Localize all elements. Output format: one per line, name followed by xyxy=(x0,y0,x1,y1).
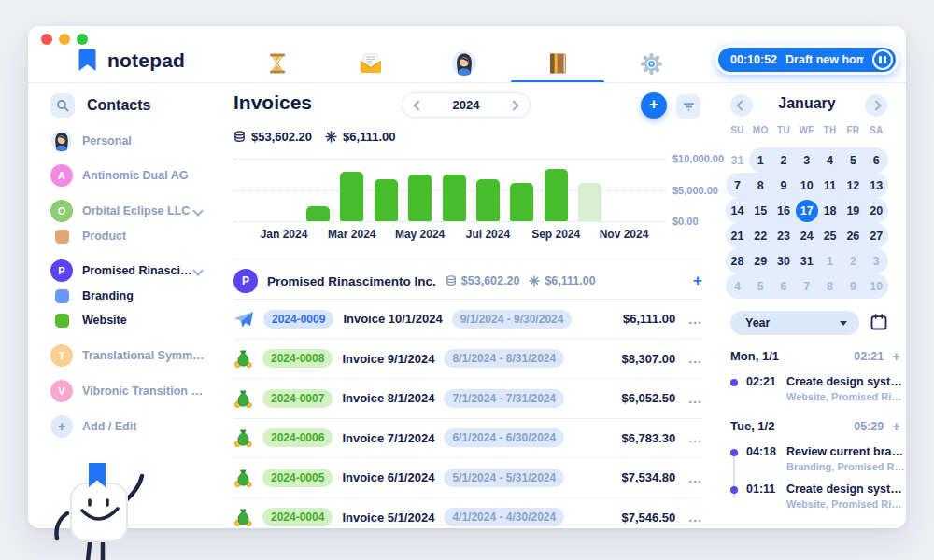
calendar-day-6[interactable]: 6 xyxy=(772,273,796,299)
time-entry[interactable]: 01:11Create design systemWebsite, Promis… xyxy=(730,483,900,510)
maximize-window-button[interactable] xyxy=(77,34,88,45)
calendar-day-23[interactable]: 23 xyxy=(772,223,796,248)
tab-hourglass[interactable] xyxy=(231,45,324,82)
calendar-day-25[interactable]: 25 xyxy=(818,223,842,248)
calendar-day-6[interactable]: 6 xyxy=(865,147,888,173)
calendar-day-31[interactable]: 31 xyxy=(795,248,818,273)
invoice-row-2024-0008[interactable]: 2024-0008Invoice 9/1/20248/1/2024 - 8/31… xyxy=(234,340,702,380)
sidebar-item-personal[interactable]: Personal xyxy=(50,129,209,153)
sidebar-item-branding[interactable]: Branding xyxy=(50,284,209,308)
calendar-day-12[interactable]: 12 xyxy=(842,173,865,198)
sidebar-item-vibronic-transition-g[interactable]: VVibronic Transition G... xyxy=(50,379,209,403)
next-month-button[interactable] xyxy=(865,94,887,117)
add-time-entry-button[interactable]: + xyxy=(892,418,900,434)
calendar-day-15[interactable]: 15 xyxy=(749,198,772,223)
time-entry[interactable]: 04:18Review current brand...Branding, Pr… xyxy=(730,445,900,472)
invoice-row-2024-0004[interactable]: 2024-0004Invoice 5/1/20244/1/2024 - 4/30… xyxy=(234,498,702,538)
calendar-day-13[interactable]: 13 xyxy=(865,173,888,198)
filter-button[interactable] xyxy=(676,94,700,119)
tab-ledger[interactable] xyxy=(511,45,604,82)
calendar-day-3[interactable]: 3 xyxy=(795,147,818,173)
invoice-row-2024-0006[interactable]: 2024-0006Invoice 7/1/20246/1/2024 - 6/30… xyxy=(234,419,702,459)
schedule-day: Mon, 1/102:21+02:21Create design systemW… xyxy=(730,348,900,402)
tab-gear[interactable] xyxy=(604,45,698,82)
calendar-day-17[interactable]: 17 xyxy=(795,198,818,223)
time-entry[interactable]: 02:21Create design systemWebsite, Promis… xyxy=(730,375,900,402)
invoice-amount: $6,111.00 xyxy=(623,312,675,326)
calendar-day-26[interactable]: 26 xyxy=(842,223,865,248)
calendar-day-2[interactable]: 2 xyxy=(772,147,796,173)
calendar-day-29[interactable]: 29 xyxy=(749,248,772,273)
calendar-day-8[interactable]: 8 xyxy=(749,173,772,198)
invoice-row-2024-0005[interactable]: 2024-0005Invoice 6/1/20245/1/2024 - 5/31… xyxy=(234,458,702,498)
calendar-day-16[interactable]: 16 xyxy=(772,198,796,223)
add-time-entry-button[interactable]: + xyxy=(892,348,900,364)
sidebar-item-label: Product xyxy=(82,230,209,243)
calendar-day-7[interactable]: 7 xyxy=(795,273,818,299)
sidebar-item-orbital-eclipse-llc[interactable]: OOrbital Eclipse LLC xyxy=(50,199,209,223)
calendar-day-19[interactable]: 19 xyxy=(842,198,865,223)
invoice-menu-button[interactable]: ... xyxy=(688,510,702,525)
calendar-day-9[interactable]: 9 xyxy=(842,273,865,299)
calendar-day-21[interactable]: 21 xyxy=(726,223,749,248)
pause-timer-button[interactable] xyxy=(872,49,893,70)
invoice-id-badge: 2024-0005 xyxy=(262,469,333,487)
sidebar-item-website[interactable]: Website xyxy=(50,308,209,332)
calendar-day-11[interactable]: 11 xyxy=(818,173,842,198)
calendar-day-4[interactable]: 4 xyxy=(818,147,842,173)
invoice-row-2024-0009[interactable]: 2024-0009Invoice 10/1/20249/1/2024 - 9/3… xyxy=(234,300,702,340)
tab-mail[interactable] xyxy=(324,45,417,82)
calendar-day-8[interactable]: 8 xyxy=(818,273,842,299)
invoice-menu-button[interactable]: ... xyxy=(688,351,702,366)
calendar-day-4[interactable]: 4 xyxy=(726,273,749,299)
entry-text: Review current brand...Branding, Promise… xyxy=(786,445,906,472)
chart-x-tick-label: Nov 2024 xyxy=(600,228,649,241)
app-name: notepad xyxy=(107,49,185,72)
calendar-day-1[interactable]: 1 xyxy=(749,147,772,173)
add-invoice-for-contact-button[interactable]: + xyxy=(693,272,702,290)
calendar-day-9[interactable]: 9 xyxy=(772,173,796,198)
search-button[interactable] xyxy=(50,93,75,118)
calendar-day-22[interactable]: 22 xyxy=(749,223,772,248)
time-tracker-pill[interactable]: 00:10:52 Draft new homep... xyxy=(715,45,899,75)
calendar-day-14[interactable]: 14 xyxy=(726,198,749,223)
calendar-day-10[interactable]: 10 xyxy=(865,273,888,299)
sidebar-item-antinomic-dual-ag[interactable]: AAntinomic Dual AG xyxy=(50,163,209,188)
weekday-label: WE xyxy=(795,125,818,135)
close-window-button[interactable] xyxy=(41,34,52,45)
sidebar-item-translational-symmet[interactable]: TTranslational Symmet... xyxy=(50,343,209,368)
calendar-day-27[interactable]: 27 xyxy=(865,223,888,248)
chart-bar-may-2024 xyxy=(408,175,432,221)
calendar-day-20[interactable]: 20 xyxy=(865,198,888,223)
calendar-day-28[interactable]: 28 xyxy=(726,248,749,273)
calendar-icon[interactable] xyxy=(870,313,888,331)
add-invoice-button[interactable]: + xyxy=(641,92,667,119)
invoice-menu-button[interactable]: ... xyxy=(688,430,702,445)
year-dropdown[interactable]: Year xyxy=(730,311,859,335)
invoice-menu-button[interactable]: ... xyxy=(688,391,702,406)
calendar-day-5[interactable]: 5 xyxy=(749,273,772,299)
sidebar-item-add-edit[interactable]: +Add / Edit xyxy=(50,414,209,439)
entry-dot-icon xyxy=(730,379,738,386)
calendar-day-18[interactable]: 18 xyxy=(818,198,842,223)
invoice-menu-button[interactable]: ... xyxy=(688,312,702,327)
minimize-window-button[interactable] xyxy=(59,34,70,45)
calendar-day-3[interactable]: 3 xyxy=(865,248,888,273)
mascot xyxy=(35,457,162,560)
prev-year-button[interactable] xyxy=(413,100,423,110)
calendar-day-1[interactable]: 1 xyxy=(818,248,842,273)
calendar-day-2[interactable]: 2 xyxy=(842,248,865,273)
sidebar-item-product[interactable]: Product xyxy=(50,224,209,248)
calendar-day-24[interactable]: 24 xyxy=(795,223,818,248)
invoice-menu-button[interactable]: ... xyxy=(688,470,702,485)
calendar-day-30[interactable]: 30 xyxy=(772,248,796,273)
calendar-day-31[interactable]: 31 xyxy=(726,147,749,173)
invoice-row-2024-0007[interactable]: 2024-0007Invoice 8/1/20247/1/2024 - 7/31… xyxy=(234,379,702,419)
sidebar-item-promised-rinascimen[interactable]: PPromised Rinascimen... xyxy=(50,259,209,283)
calendar-day-5[interactable]: 5 xyxy=(842,147,865,173)
calendar-day-10[interactable]: 10 xyxy=(795,173,818,198)
contact-summary-row[interactable]: P Promised Rinascimento Inc. $53,602.20 … xyxy=(234,263,702,299)
tab-avatar[interactable] xyxy=(417,45,511,82)
next-year-button[interactable] xyxy=(508,100,518,110)
calendar-day-7[interactable]: 7 xyxy=(726,173,749,198)
